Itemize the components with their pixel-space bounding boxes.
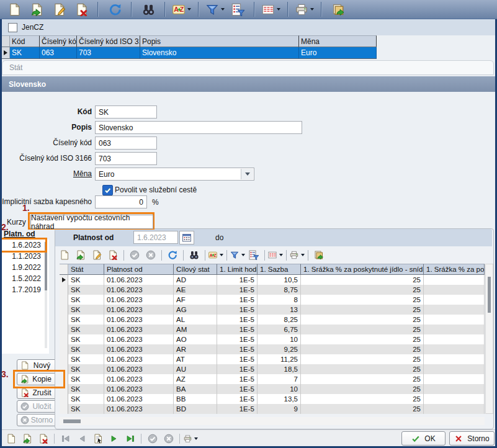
- dropdown-arrow-icon[interactable]: [194, 437, 198, 440]
- country-table-selected-row[interactable]: SK063703SlovenskoEuro: [2, 47, 377, 59]
- mena-combobox[interactable]: Euro: [95, 168, 254, 181]
- search-button[interactable]: [139, 1, 158, 17]
- new-doc-button[interactable]: [57, 249, 72, 262]
- grid-row[interactable]: SK01.06.2023BB1E-513,525: [60, 394, 485, 404]
- delete-doc-button[interactable]: [105, 249, 120, 262]
- filter-button[interactable]: [206, 1, 225, 17]
- platnost-date-item[interactable]: 1.5.2022: [1, 273, 49, 284]
- grid-row[interactable]: SK01.06.2023AF1E-5825: [60, 295, 485, 305]
- ok-button[interactable]: OK: [401, 431, 446, 446]
- edit-doc-button[interactable]: [89, 249, 104, 262]
- grid-horizontal-scrollbar[interactable]: [60, 417, 485, 425]
- ciselny-kod-input[interactable]: 063: [95, 137, 157, 150]
- toolbar-separator: [164, 2, 166, 17]
- tab-kurzy[interactable]: Kurzy: [7, 217, 26, 228]
- grid-row[interactable]: SK01.06.2023BA1E-51025: [60, 384, 485, 394]
- refresh-button[interactable]: [165, 249, 180, 262]
- filter-list-button[interactable]: [246, 249, 261, 262]
- dropdown-arrow-icon[interactable]: [187, 8, 191, 11]
- edit-doc-button[interactable]: [50, 1, 68, 17]
- jencz-checkbox[interactable]: [8, 23, 17, 32]
- grid-row[interactable]: SK01.06.2023AO1E-51025: [60, 334, 485, 344]
- copy-doc-button[interactable]: [73, 249, 88, 262]
- print-button[interactable]: [290, 249, 305, 262]
- grid-cell: [424, 275, 485, 285]
- toolbar-separator: [286, 250, 287, 261]
- dropdown-arrow-icon[interactable]: [277, 8, 280, 11]
- sort-az-button[interactable]: [172, 1, 191, 17]
- cancel-gray-button: [161, 432, 176, 445]
- search-button[interactable]: [187, 249, 202, 262]
- nav-prev-icon: [77, 434, 87, 444]
- grid-row[interactable]: SK01.06.2023AZ1E-5725: [60, 374, 485, 384]
- new-doc-button[interactable]: [5, 1, 24, 17]
- sazba-label: Implicitní sazba kapesného: [0, 195, 92, 208]
- dropdown-arrow-icon[interactable]: [301, 254, 305, 256]
- mena-dropdown-button[interactable]: [241, 169, 253, 179]
- grid-row[interactable]: SK01.06.2023BD1E-5925: [60, 404, 485, 414]
- povolit-checkbox[interactable]: [102, 185, 113, 195]
- toolbar-separator: [321, 2, 322, 17]
- dropdown-arrow-icon[interactable]: [279, 254, 283, 256]
- nav-prev-button[interactable]: [74, 432, 89, 445]
- doc-select-button[interactable]: [91, 432, 105, 445]
- nav-first-button[interactable]: [58, 432, 73, 445]
- cancel-gray-icon: [146, 250, 156, 260]
- toolbar-separator: [54, 434, 55, 444]
- sazba-input[interactable]: 0: [95, 195, 147, 208]
- columns-button[interactable]: [262, 1, 280, 17]
- kod-input[interactable]: SK: [95, 105, 157, 119]
- grid-cell: SK: [68, 295, 104, 305]
- print-button[interactable]: [184, 432, 198, 445]
- filter-list-button[interactable]: [228, 1, 247, 17]
- grid-vertical-scrollbar[interactable]: [485, 264, 493, 414]
- grid-row[interactable]: SK01.06.2023AE1E-58,7525: [60, 285, 485, 295]
- columns-icon: [268, 250, 277, 260]
- new-doc-button[interactable]: [4, 432, 18, 445]
- columns-button[interactable]: [268, 249, 283, 262]
- tab-nastaveni-nahrad[interactable]: Nastavení vypočtu cestovních náhrad: [30, 215, 153, 229]
- platnost-date-item[interactable]: 1.7.2019: [1, 284, 49, 295]
- storno-button[interactable]: Storno: [449, 431, 495, 446]
- jencz-label: JenCZ: [22, 23, 43, 32]
- sort-az-button[interactable]: [208, 249, 223, 262]
- grid-row[interactable]: SK01.06.2023AU1E-518,525: [60, 364, 485, 374]
- dropdown-arrow-icon[interactable]: [310, 8, 314, 11]
- print-icon: [290, 250, 298, 260]
- popis-input[interactable]: Slovensko: [95, 121, 302, 134]
- cancel-gray-button: [143, 249, 158, 262]
- delete-doc-button[interactable]: [36, 432, 50, 445]
- grid-row[interactable]: SK01.06.2023AL1E-58,2525: [60, 315, 485, 325]
- iso-kod-label: Číselný kód ISO 3166: [0, 152, 92, 165]
- delete-doc-button[interactable]: [72, 1, 91, 17]
- edit-doc-icon: [92, 250, 102, 260]
- mena-label[interactable]: Měna: [0, 168, 92, 181]
- grid-row[interactable]: SK01.06.2023AR1E-59,2525: [60, 344, 485, 354]
- print-button[interactable]: [295, 1, 314, 17]
- nav-last-button[interactable]: [123, 432, 137, 445]
- iso-kod-input[interactable]: 703: [95, 152, 157, 165]
- grid-vscrollbar-thumb[interactable]: [488, 277, 491, 313]
- grid-row[interactable]: SK01.06.2023AM1E-56,7525: [60, 325, 485, 334]
- grid-row[interactable]: SK01.06.2023AD1E-510,525: [60, 275, 485, 285]
- grid-cell: 1E-5: [217, 275, 257, 285]
- export-button[interactable]: [329, 1, 347, 17]
- refresh-button[interactable]: [105, 1, 124, 17]
- dropdown-arrow-icon[interactable]: [241, 254, 245, 256]
- copy-doc-button[interactable]: [27, 1, 46, 17]
- grid-marker-cell: [60, 344, 68, 354]
- platnost-date-item[interactable]: 1.9.2022: [1, 262, 49, 273]
- grid-hscrollbar-thumb[interactable]: [63, 419, 81, 423]
- dropdown-arrow-icon[interactable]: [220, 254, 223, 256]
- x-icon: [454, 434, 463, 443]
- dropdown-arrow-icon[interactable]: [221, 8, 225, 11]
- filter-button[interactable]: [230, 249, 245, 262]
- nav-next-button[interactable]: [107, 432, 121, 445]
- export-button[interactable]: [311, 249, 326, 262]
- calendar-button[interactable]: [179, 231, 194, 244]
- copy-doc-button[interactable]: [20, 432, 34, 445]
- sort-az-icon: [208, 250, 217, 260]
- grid-row[interactable]: SK01.06.2023AG1E-51325: [60, 305, 485, 315]
- platnost-od-input[interactable]: 1.6.2023: [133, 231, 178, 244]
- grid-row[interactable]: SK01.06.2023AT1E-511,2525: [60, 354, 485, 364]
